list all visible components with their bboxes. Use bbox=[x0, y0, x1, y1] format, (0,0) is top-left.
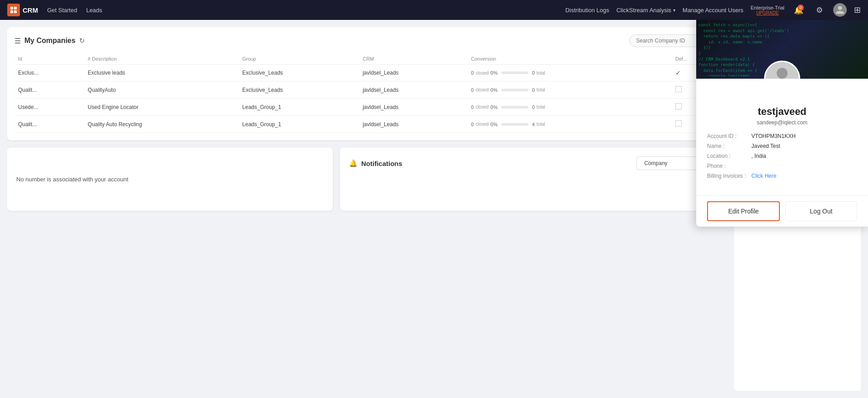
closed-count: 0 bbox=[471, 87, 474, 93]
notification-count: 0 bbox=[797, 5, 804, 11]
svg-rect-1 bbox=[14, 7, 17, 9]
nav-clickstream[interactable]: ClickStream Analysis ▾ bbox=[616, 7, 675, 14]
checkbox[interactable] bbox=[675, 103, 682, 109]
closed-label: closed bbox=[476, 122, 489, 127]
svg-rect-0 bbox=[10, 7, 13, 9]
settings-button[interactable]: ⚙ bbox=[812, 3, 826, 17]
companies-card: ☰ My Companies ↻ Id # Description Group … bbox=[7, 27, 727, 140]
cell-id: Usede... bbox=[14, 99, 84, 116]
cell-crm: javldsel_Leads bbox=[359, 81, 467, 99]
cell-group: Leads_Group_1 bbox=[239, 116, 359, 133]
location-value: , India bbox=[751, 153, 857, 159]
upgrade-link[interactable]: UPGRADE bbox=[756, 10, 778, 15]
nav-link-leads[interactable]: Leads bbox=[86, 7, 102, 14]
conversion-bar bbox=[501, 123, 528, 126]
table-row: Qualit... Quality Auto Recycling Leads_G… bbox=[14, 116, 720, 133]
cell-group: Exclusive_Leads bbox=[239, 81, 359, 99]
gear-icon: ⚙ bbox=[816, 5, 823, 15]
phone-label: Phone : bbox=[707, 163, 746, 169]
logo-box bbox=[7, 4, 20, 16]
nav-links: Get Started Leads bbox=[47, 7, 102, 14]
cell-desc: QualityAuto bbox=[84, 81, 239, 99]
nav-right: Distribution Logs ClickStream Analysis ▾… bbox=[566, 3, 861, 17]
cell-conversion: 0 closed 0% 4 total bbox=[467, 116, 672, 133]
nav-distribution-logs[interactable]: Distribution Logs bbox=[566, 7, 609, 14]
companies-table-wrapper: Id # Description Group CRM Conversion De… bbox=[14, 53, 720, 133]
nav-link-get-started[interactable]: Get Started bbox=[47, 7, 77, 14]
pct-value: 0% bbox=[491, 87, 498, 93]
no-number-card: No number is associated with your accoun… bbox=[7, 147, 333, 211]
bottom-row: No number is associated with your accoun… bbox=[7, 147, 727, 211]
location-label: Location : bbox=[707, 153, 746, 159]
companies-title: My Companies bbox=[24, 37, 75, 45]
total-count: 4 bbox=[532, 122, 535, 127]
cell-desc: Used Engine Locator bbox=[84, 99, 239, 116]
bell-icon: 🔔 bbox=[349, 159, 358, 167]
total-count: 0 bbox=[532, 104, 535, 110]
col-crm: CRM bbox=[359, 53, 467, 65]
checkbox[interactable] bbox=[675, 120, 682, 127]
notifications-button[interactable]: 🔔 0 bbox=[792, 3, 805, 17]
profile-email: sandeep@iqlect.com bbox=[707, 119, 857, 126]
companies-table: Id # Description Group CRM Conversion De… bbox=[14, 53, 720, 133]
total-count: 0 bbox=[532, 70, 535, 76]
top-navigation: CRM Get Started Leads Distribution Logs … bbox=[0, 0, 868, 20]
table-row: Usede... Used Engine Locator Leads_Group… bbox=[14, 99, 720, 116]
app-logo[interactable]: CRM bbox=[7, 4, 38, 16]
refresh-icon[interactable]: ↻ bbox=[79, 37, 85, 45]
cell-group: Exclusive_Leads bbox=[239, 65, 359, 81]
cell-crm: javldsel_Leads bbox=[359, 65, 467, 81]
apps-grid-button[interactable]: ⊞ bbox=[854, 5, 861, 15]
cell-conversion: 0 closed 0% 0 total bbox=[467, 99, 672, 116]
billing-link[interactable]: Click Here bbox=[751, 173, 857, 179]
notifications-header: 🔔 Notifications Company Personal All bbox=[349, 156, 718, 170]
closed-label: closed bbox=[476, 87, 489, 92]
account-id-value: VTOHPM3N1KXH bbox=[751, 133, 857, 139]
edit-profile-button[interactable]: Edit Profile bbox=[707, 201, 780, 221]
total-label: total bbox=[537, 122, 545, 127]
total-count: 0 bbox=[532, 87, 535, 93]
pct-value: 0% bbox=[491, 70, 498, 76]
no-number-text: No number is associated with your accoun… bbox=[16, 176, 128, 183]
checkbox[interactable] bbox=[675, 86, 682, 92]
col-group: Group bbox=[239, 53, 359, 65]
nav-manage-users[interactable]: Manage Account Users bbox=[683, 7, 743, 14]
companies-title-row: ☰ My Companies ↻ bbox=[14, 37, 85, 45]
table-row: Exclus... Exclusive leads Exclusive_Lead… bbox=[14, 65, 720, 81]
logout-button[interactable]: Log Out bbox=[785, 201, 857, 221]
total-label: total bbox=[537, 71, 545, 76]
profile-bg: const fetch = async()=>{ const res = awa… bbox=[696, 20, 868, 79]
cell-group: Leads_Group_1 bbox=[239, 99, 359, 116]
closed-label: closed bbox=[476, 104, 489, 109]
check-icon: ✓ bbox=[675, 69, 681, 76]
chevron-down-icon: ▾ bbox=[673, 8, 675, 13]
cell-conversion: 0 closed 0% 0 total bbox=[467, 65, 672, 81]
profile-info: testjaveed sandeep@iqlect.com Account ID… bbox=[696, 101, 868, 195]
col-conversion: Conversion bbox=[467, 53, 672, 65]
closed-count: 0 bbox=[471, 70, 474, 76]
pct-value: 0% bbox=[491, 122, 498, 127]
companies-card-header: ☰ My Companies ↻ bbox=[14, 34, 720, 47]
profile-avatar-container bbox=[764, 61, 800, 79]
conversion-bar bbox=[501, 71, 528, 74]
cell-crm: javldsel_Leads bbox=[359, 99, 467, 116]
closed-count: 0 bbox=[471, 122, 474, 127]
profile-avatar-large bbox=[764, 61, 800, 79]
profile-username: testjaveed bbox=[707, 106, 857, 118]
pct-value: 0% bbox=[491, 104, 498, 110]
profile-actions: Edit Profile Log Out bbox=[696, 195, 868, 227]
cell-id: Exclus... bbox=[14, 65, 84, 81]
phone-value bbox=[751, 163, 857, 169]
table-header-row: Id # Description Group CRM Conversion De… bbox=[14, 53, 720, 65]
clickstream-label: ClickStream Analysis bbox=[616, 7, 671, 14]
enterprise-label: Enterprise-Trial bbox=[750, 5, 784, 10]
svg-rect-3 bbox=[14, 10, 17, 13]
notifications-title: Notifications bbox=[361, 160, 402, 167]
notifications-card: 🔔 Notifications Company Personal All bbox=[340, 147, 727, 211]
user-avatar[interactable] bbox=[833, 3, 847, 17]
account-id-label: Account ID : bbox=[707, 133, 746, 139]
app-title: CRM bbox=[23, 6, 38, 14]
left-panel: ☰ My Companies ↻ Id # Description Group … bbox=[7, 27, 727, 391]
conversion-bar bbox=[501, 89, 528, 91]
table-row: Qualit... QualityAuto Exclusive_Leads ja… bbox=[14, 81, 720, 99]
